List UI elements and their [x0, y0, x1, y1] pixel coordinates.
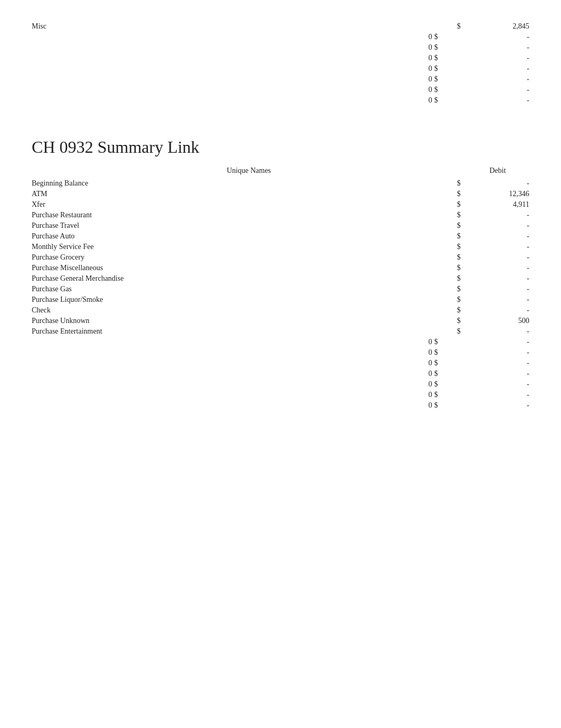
zero-dollar: $: [434, 54, 466, 62]
row-dollar: $: [403, 200, 466, 209]
summary-row-8: Purchase Miscellaneous $ -: [32, 263, 529, 273]
summary-row-12: Check $ -: [32, 305, 529, 316]
summary-zero-row-0: 0 $ -: [32, 337, 529, 347]
zero-num: 0: [403, 401, 434, 410]
zero-dollar: $: [434, 348, 466, 357]
row-dollar: $: [403, 211, 466, 219]
row-value: -: [466, 306, 529, 315]
zero-value: -: [466, 348, 529, 357]
zero-value: -: [466, 401, 529, 410]
zero-value: -: [466, 96, 529, 105]
row-value: -: [466, 243, 529, 251]
misc-dollar: $: [403, 22, 466, 31]
summary-zero-row-5: 0 $ -: [32, 390, 529, 400]
zero-num: 0: [403, 96, 434, 105]
top-zero-row-6: 0 $ -: [32, 95, 529, 106]
summary-zero-row-6: 0 $ -: [32, 400, 529, 411]
row-label: Check: [32, 306, 403, 315]
zero-value: -: [466, 43, 529, 52]
row-value: 500: [466, 317, 529, 325]
summary-title: CH 0932 Summary Link: [32, 137, 529, 157]
row-value: -: [466, 274, 529, 283]
row-label: Purchase General Merchandise: [32, 274, 403, 283]
row-value: -: [466, 222, 529, 230]
zero-dollar: $: [434, 86, 466, 94]
row-dollar: $: [403, 232, 466, 241]
zero-value: -: [466, 359, 529, 367]
row-label: Monthly Service Fee: [32, 243, 403, 251]
zero-num: 0: [403, 380, 434, 389]
zero-num: 0: [403, 338, 434, 346]
misc-row: Misc $ 2,845: [32, 21, 529, 32]
row-label: Beginning Balance: [32, 179, 403, 188]
row-label: ATM: [32, 190, 403, 198]
zero-dollar: $: [434, 338, 466, 346]
summary-row-2: Xfer $ 4,911: [32, 199, 529, 210]
row-value: -: [466, 253, 529, 262]
top-zero-row-0: 0 $ -: [32, 32, 529, 42]
row-value: -: [466, 232, 529, 241]
misc-label: Misc: [32, 22, 403, 31]
zero-num: 0: [403, 370, 434, 378]
summary-row-4: Purchase Travel $ -: [32, 220, 529, 231]
row-dollar: $: [403, 317, 466, 325]
zero-dollar: $: [434, 43, 466, 52]
zero-num: 0: [403, 75, 434, 84]
row-dollar: $: [403, 306, 466, 315]
summary-row-9: Purchase General Merchandise $ -: [32, 273, 529, 284]
zero-value: -: [466, 391, 529, 399]
top-section: Misc $ 2,845 0 $ - 0 $ - 0 $ - 0 $ - 0 $…: [32, 21, 529, 106]
row-value: -: [466, 327, 529, 336]
row-value: -: [466, 264, 529, 272]
top-zero-row-2: 0 $ -: [32, 53, 529, 63]
zero-dollar: $: [434, 359, 466, 367]
misc-value: 2,845: [466, 22, 529, 31]
row-dollar: $: [403, 179, 466, 188]
row-dollar: $: [403, 285, 466, 293]
zero-value: -: [466, 75, 529, 84]
row-label: Purchase Unknown: [32, 317, 403, 325]
header-debit: Debit: [466, 167, 529, 175]
summary-row-1: ATM $ 12,346: [32, 189, 529, 199]
summary-row-0: Beginning Balance $ -: [32, 178, 529, 189]
zero-dollar: $: [434, 401, 466, 410]
zero-value: -: [466, 380, 529, 389]
row-label: Purchase Liquor/Smoke: [32, 296, 403, 304]
zero-dollar: $: [434, 391, 466, 399]
zero-dollar: $: [434, 380, 466, 389]
zero-value: -: [466, 86, 529, 94]
zero-value: -: [466, 370, 529, 378]
summary-row-11: Purchase Liquor/Smoke $ -: [32, 294, 529, 305]
top-zero-row-1: 0 $ -: [32, 42, 529, 53]
row-dollar: $: [403, 243, 466, 251]
row-label: Purchase Travel: [32, 222, 403, 230]
summary-row-10: Purchase Gas $ -: [32, 284, 529, 294]
row-dollar: $: [403, 274, 466, 283]
row-label: Purchase Entertainment: [32, 327, 403, 336]
row-value: -: [466, 285, 529, 293]
top-zero-row-5: 0 $ -: [32, 85, 529, 95]
row-value: -: [466, 296, 529, 304]
row-dollar: $: [403, 190, 466, 198]
summary-section: CH 0932 Summary Link Unique Names Debit …: [32, 137, 529, 411]
summary-row-5: Purchase Auto $ -: [32, 231, 529, 242]
zero-num: 0: [403, 54, 434, 62]
zero-num: 0: [403, 348, 434, 357]
summary-row-13: Purchase Unknown $ 500: [32, 316, 529, 326]
summary-row-7: Purchase Grocery $ -: [32, 252, 529, 263]
row-dollar: $: [403, 253, 466, 262]
zero-value: -: [466, 338, 529, 346]
zero-num: 0: [403, 64, 434, 73]
row-dollar: $: [403, 296, 466, 304]
zero-num: 0: [403, 86, 434, 94]
row-dollar: $: [403, 327, 466, 336]
zero-dollar: $: [434, 96, 466, 105]
row-label: Purchase Auto: [32, 232, 403, 241]
row-label: Purchase Miscellaneous: [32, 264, 403, 272]
summary-zero-row-2: 0 $ -: [32, 358, 529, 368]
row-value: -: [466, 211, 529, 219]
top-zero-row-4: 0 $ -: [32, 74, 529, 85]
zero-dollar: $: [434, 64, 466, 73]
header-unique-names: Unique Names: [32, 167, 466, 175]
row-label: Purchase Restaurant: [32, 211, 403, 219]
